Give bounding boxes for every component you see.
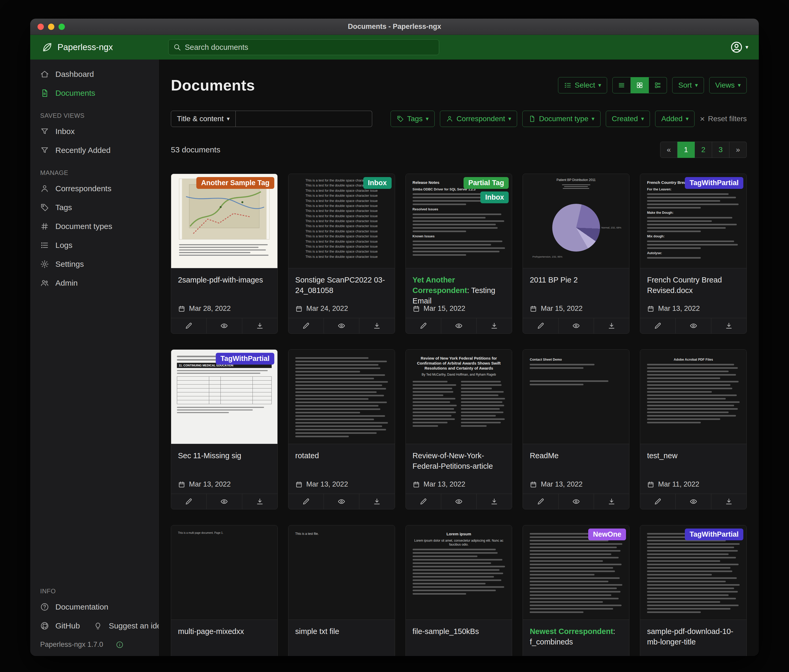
sidebar-item-admin[interactable]: Admin xyxy=(30,274,158,293)
reset-filters-button[interactable]: ×Reset filters xyxy=(700,115,747,123)
document-thumbnail[interactable]: Another Sample Tag xyxy=(171,174,278,268)
document-thumbnail[interactable]: Lorem ipsumLorem ipsum dolor sit amet, c… xyxy=(406,525,512,620)
sidebar-item-inbox[interactable]: Inbox xyxy=(30,122,158,141)
view-document-button[interactable] xyxy=(324,494,359,509)
edit-document-button[interactable] xyxy=(640,494,676,509)
sidebar-item-recently-added[interactable]: Recently Added xyxy=(30,141,158,160)
edit-document-button[interactable] xyxy=(171,318,206,333)
document-title[interactable]: Newest Correspondent: f_combineds xyxy=(530,626,622,647)
pagination-page-3-button[interactable]: 3 xyxy=(712,142,730,158)
document-title[interactable]: rotated xyxy=(295,451,388,461)
edit-document-button[interactable] xyxy=(289,318,324,333)
sidebar-item-dashboard[interactable]: Dashboard xyxy=(30,65,158,84)
document-title[interactable]: test_new xyxy=(647,451,739,461)
filter-field-button[interactable]: Title & content▾ xyxy=(171,111,236,127)
tag-chip-tagwithpartial[interactable]: TagWithPartial xyxy=(216,353,274,365)
document-thumbnail[interactable]: NewOne xyxy=(523,525,629,620)
document-title[interactable]: sample-pdf-download-10-mb-longer-title xyxy=(647,626,739,647)
close-window-button[interactable] xyxy=(38,24,44,30)
view-document-button[interactable] xyxy=(441,318,476,333)
document-thumbnail[interactable]: Review of New York Federal Petitions for… xyxy=(406,350,512,444)
filter-document-type-button[interactable]: Document type▾ xyxy=(522,111,600,127)
document-thumbnail[interactable]: TagWithPartial xyxy=(640,525,746,620)
document-title[interactable]: simple txt file xyxy=(295,626,388,637)
sidebar-item-suggest-an-idea[interactable]: Suggest an idea xyxy=(83,616,169,635)
tag-chip-tagwithpartial[interactable]: TagWithPartial xyxy=(685,529,743,540)
filter-added-button[interactable]: Added▾ xyxy=(655,111,695,127)
view-document-button[interactable] xyxy=(676,318,711,333)
edit-document-button[interactable] xyxy=(523,318,558,333)
download-document-button[interactable] xyxy=(476,318,512,333)
views-button[interactable]: Views▾ xyxy=(709,77,747,93)
tag-chip-another-sample-tag[interactable]: Another Sample Tag xyxy=(196,177,274,189)
document-thumbnail[interactable]: Patient BP Distribution 2011 Normal, 232… xyxy=(523,174,629,268)
sidebar-item-document-types[interactable]: Document types xyxy=(30,217,158,236)
document-title[interactable]: Review-of-New-York-Federal-Petitions-art… xyxy=(413,451,505,471)
download-document-button[interactable] xyxy=(711,494,746,509)
pagination-next-button[interactable]: » xyxy=(730,142,747,158)
document-thumbnail[interactable]: Adobe Acrobat PDF Files xyxy=(640,350,746,444)
download-document-button[interactable] xyxy=(594,494,629,509)
sidebar-item-documents[interactable]: Documents xyxy=(30,84,158,103)
edit-document-button[interactable] xyxy=(523,494,558,509)
document-title[interactable]: 2sample-pdf-with-images xyxy=(178,275,271,285)
edit-document-button[interactable] xyxy=(289,494,324,509)
tag-chip-inbox[interactable]: Inbox xyxy=(480,191,509,203)
sidebar-item-settings[interactable]: Settings xyxy=(30,255,158,274)
document-thumbnail[interactable]: French Country BreadFor the Leaven:Make … xyxy=(640,174,746,268)
edit-document-button[interactable] xyxy=(640,318,676,333)
pagination-prev-button[interactable]: « xyxy=(660,142,677,158)
sort-button[interactable]: Sort▾ xyxy=(672,77,704,93)
view-mode-list-button[interactable] xyxy=(612,77,631,93)
document-thumbnail[interactable] xyxy=(289,350,395,444)
edit-document-button[interactable] xyxy=(171,494,206,509)
view-document-button[interactable] xyxy=(558,318,594,333)
download-document-button[interactable] xyxy=(359,494,394,509)
filter-created-button[interactable]: Created▾ xyxy=(606,111,650,127)
zoom-window-button[interactable] xyxy=(59,24,65,30)
pagination-page-1-button[interactable]: 1 xyxy=(677,142,695,158)
view-document-button[interactable] xyxy=(324,318,359,333)
download-document-button[interactable] xyxy=(476,494,512,509)
sidebar-item-documentation[interactable]: Documentation xyxy=(30,597,158,616)
tag-chip-tagwithpartial[interactable]: TagWithPartial xyxy=(685,177,743,189)
filter-query-input[interactable] xyxy=(236,111,372,127)
card-correspondent-link[interactable]: Yet Another Correspondent xyxy=(413,275,467,295)
minimize-window-button[interactable] xyxy=(48,24,54,30)
document-thumbnail[interactable]: Release NotesSimba ODBC Driver for SQL S… xyxy=(406,174,512,268)
edit-document-button[interactable] xyxy=(406,318,441,333)
download-document-button[interactable] xyxy=(242,494,278,509)
sidebar-item-logs[interactable]: Logs xyxy=(30,236,158,255)
pagination-page-2-button[interactable]: 2 xyxy=(695,142,712,158)
document-title[interactable]: file-sample_150kBs xyxy=(413,626,505,637)
document-title[interactable]: French Country Bread Revised.docx xyxy=(647,275,739,296)
document-title[interactable]: Sonstige ScanPC2022 03-24_081058 xyxy=(295,275,388,296)
card-correspondent-link[interactable]: Newest Correspondent xyxy=(530,627,613,635)
filter-tags-button[interactable]: Tags▾ xyxy=(391,111,434,127)
tag-chip-inbox[interactable]: Inbox xyxy=(363,177,391,189)
document-title[interactable]: Sec 11-Missing sig xyxy=(178,451,271,461)
app-brand[interactable]: Paperless-ngx xyxy=(30,42,113,53)
edit-document-button[interactable] xyxy=(406,494,441,509)
view-document-button[interactable] xyxy=(206,318,242,333)
user-menu[interactable]: ▾ xyxy=(730,41,748,54)
document-thumbnail[interactable]: Contact Sheet Demo xyxy=(523,350,629,444)
view-mode-grid-button[interactable] xyxy=(631,77,649,93)
select-button[interactable]: Select▾ xyxy=(558,77,607,93)
document-title[interactable]: Yet Another Correspondent: Testing Email xyxy=(413,275,505,306)
download-document-button[interactable] xyxy=(711,318,746,333)
document-thumbnail[interactable]: This is a test for the double space char… xyxy=(289,174,395,268)
document-thumbnail[interactable]: 11. CONTINUING MEDICAL EDUCATION TagWith… xyxy=(171,350,278,444)
filter-correspondent-button[interactable]: Correspondent▾ xyxy=(440,111,517,127)
view-document-button[interactable] xyxy=(676,494,711,509)
download-document-button[interactable] xyxy=(594,318,629,333)
view-document-button[interactable] xyxy=(206,494,242,509)
download-document-button[interactable] xyxy=(359,318,394,333)
view-mode-detail-button[interactable] xyxy=(649,77,667,93)
document-title[interactable]: ReadMe xyxy=(530,451,622,461)
document-thumbnail[interactable]: This is a test file. xyxy=(289,525,395,620)
tag-chip-partial-tag[interactable]: Partial Tag xyxy=(463,177,509,189)
sidebar-item-tags[interactable]: Tags xyxy=(30,198,158,217)
search-input[interactable] xyxy=(185,43,434,52)
sidebar-item-github[interactable]: GitHub xyxy=(30,616,83,635)
